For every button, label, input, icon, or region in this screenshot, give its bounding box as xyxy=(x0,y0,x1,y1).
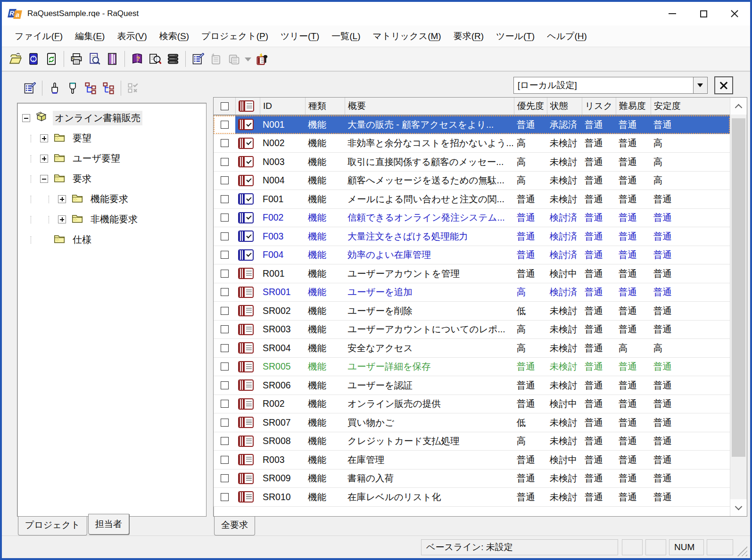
row-checkbox[interactable] xyxy=(214,190,235,208)
row-checkbox[interactable] xyxy=(214,432,235,451)
column-header-7[interactable]: 難易度 xyxy=(616,98,651,115)
row-checkbox[interactable] xyxy=(214,264,235,283)
column-header-4[interactable]: 優先度 xyxy=(514,98,547,115)
menu-item-1[interactable]: ファイル(F) xyxy=(8,27,69,45)
refresh-button[interactable] xyxy=(42,50,60,68)
table-row-SR006[interactable]: SR006機能ユーザーを認証普通未検討普通普通普通 xyxy=(214,376,730,395)
column-header-2[interactable]: 種類 xyxy=(305,98,345,115)
report-button[interactable] xyxy=(25,50,42,68)
row-checkbox[interactable] xyxy=(214,358,235,376)
row-checkbox[interactable] xyxy=(214,451,235,469)
row-checkbox[interactable] xyxy=(214,339,235,357)
scrollbar-track[interactable] xyxy=(730,115,747,499)
row-checkbox[interactable] xyxy=(214,209,235,227)
column-header-3[interactable]: 概要 xyxy=(345,98,514,115)
expand-icon[interactable] xyxy=(40,155,48,163)
table-row-F004[interactable]: F004機能効率のよい在庫管理普通検討済普通普通普通 xyxy=(214,246,730,265)
requirement-wizard-button[interactable] xyxy=(253,50,271,68)
table-row-SR010[interactable]: SR010機能在庫レベルのリスト化普通未検討普通普通普通 xyxy=(214,488,730,507)
column-header-8[interactable]: 安定度 xyxy=(651,98,730,115)
tree-node-5[interactable]: 機能要求 xyxy=(22,189,204,209)
column-header-1[interactable]: ID xyxy=(260,98,305,115)
row-checkbox[interactable] xyxy=(214,227,235,246)
column-header-6[interactable]: リスク xyxy=(582,98,616,115)
table-row-F001[interactable]: F001機能メールによる問い合わせと注文の関...普通未検討普通普通普通 xyxy=(214,190,730,209)
row-checkbox[interactable] xyxy=(214,321,235,339)
row-checkbox[interactable] xyxy=(214,302,235,320)
properties-button[interactable] xyxy=(21,79,39,97)
dropdown-arrow-icon[interactable] xyxy=(693,77,707,93)
tree-node-6[interactable]: 非機能要求 xyxy=(22,209,204,230)
table-row-SR002[interactable]: SR002機能ユーザーを削除低未検討普通普通普通 xyxy=(214,302,730,321)
collapse-icon[interactable] xyxy=(22,114,30,122)
page-setup-button[interactable] xyxy=(103,50,121,68)
database-button[interactable] xyxy=(164,50,182,68)
expand-icon[interactable] xyxy=(58,195,66,203)
hand-up-button[interactable] xyxy=(46,79,64,97)
tree-node-3[interactable]: ユーザ要望 xyxy=(22,148,204,169)
collapse-tree-button[interactable] xyxy=(99,79,117,97)
collapse-icon[interactable] xyxy=(40,175,48,183)
table-row-SR001[interactable]: SR001機能ユーザーを追加高検討済普通普通普通 xyxy=(214,283,730,302)
menu-item-8[interactable]: マトリックス(M) xyxy=(366,27,447,45)
row-checkbox[interactable] xyxy=(214,153,235,171)
table-row-N004[interactable]: N004機能顧客へメッセージを送るための無駄...高未検討普通普通高 xyxy=(214,172,730,190)
menu-item-2[interactable]: 編集(E) xyxy=(69,27,111,45)
table-row-SR007[interactable]: SR007機能買い物かご低未検討普通普通普通 xyxy=(214,413,730,432)
row-checkbox[interactable] xyxy=(214,172,235,190)
tree-node-1[interactable]: オンライン書籍販売 xyxy=(22,108,204,128)
row-checkbox[interactable] xyxy=(214,376,235,395)
column-header-select[interactable] xyxy=(214,98,235,115)
table-row-SR004[interactable]: SR004機能安全なアクセス高未検討普通高高 xyxy=(214,339,730,358)
row-checkbox[interactable] xyxy=(214,246,235,264)
table-row-R001[interactable]: R001機能ユーザーアカウントを管理普通検討中普通普通普通 xyxy=(214,264,730,283)
maximize-button[interactable] xyxy=(688,2,719,25)
expand-icon[interactable] xyxy=(40,134,48,142)
properties-button[interactable] xyxy=(189,50,207,68)
tree-node-7[interactable]: 仕様 xyxy=(22,230,204,250)
table-row-SR003[interactable]: SR003機能ユーザーアカウントについてのレポ...高未検討普通普通普通 xyxy=(214,321,730,339)
print-preview-button[interactable] xyxy=(85,50,103,68)
table-row-R002[interactable]: R002機能オンライン販売の提供普通検討中普通普通普通 xyxy=(214,395,730,414)
row-checkbox[interactable] xyxy=(214,395,235,413)
menu-item-9[interactable]: 要求(R) xyxy=(447,27,490,45)
column-header-icon[interactable] xyxy=(235,98,260,115)
row-checkbox[interactable] xyxy=(214,488,235,506)
table-row-SR009[interactable]: SR009機能書籍の入荷普通未検討普通普通普通 xyxy=(214,469,730,488)
menu-item-6[interactable]: ツリー(T) xyxy=(274,27,325,45)
minimize-button[interactable] xyxy=(657,2,688,25)
column-header-5[interactable]: 状態 xyxy=(547,98,582,115)
scroll-up-icon[interactable] xyxy=(730,98,747,115)
scrollbar-thumb[interactable] xyxy=(732,118,745,457)
menu-item-10[interactable]: ツール(T) xyxy=(490,27,541,45)
menu-item-4[interactable]: 検索(S) xyxy=(153,27,195,45)
panel-splitter[interactable] xyxy=(207,74,213,535)
search-button[interactable] xyxy=(146,50,164,68)
open-folder-button[interactable] xyxy=(7,50,25,68)
expand-tree-button[interactable] xyxy=(82,79,99,97)
menu-item-5[interactable]: プロジェクト(P) xyxy=(195,27,274,45)
tree-node-2[interactable]: 要望 xyxy=(22,128,204,148)
close-button[interactable] xyxy=(719,2,750,25)
tree-node-4[interactable]: 要求 xyxy=(22,169,204,189)
hand-down-button[interactable] xyxy=(64,79,82,97)
row-checkbox[interactable] xyxy=(214,115,235,134)
tree-tab-1[interactable]: プロジェクト xyxy=(18,517,87,535)
tree-tab-2[interactable]: 担当者 xyxy=(88,514,129,535)
menu-item-11[interactable]: ヘルプ(H) xyxy=(541,27,593,45)
table-row-F002[interactable]: F002機能信頼できるオンライン発注システム...普通検討済普通普通普通 xyxy=(214,209,730,228)
list-preset-dropdown[interactable]: [ローカル設定] xyxy=(513,77,708,94)
row-checkbox[interactable] xyxy=(214,413,235,432)
resize-grip-icon[interactable] xyxy=(737,546,747,556)
vertical-scrollbar[interactable] xyxy=(730,98,747,516)
menu-item-3[interactable]: 表示(V) xyxy=(111,27,153,45)
list-tab-1[interactable]: 全要求 xyxy=(214,517,255,535)
close-list-button[interactable] xyxy=(714,76,733,94)
help-book-button[interactable]: ? xyxy=(128,50,146,68)
scroll-down-icon[interactable] xyxy=(730,499,747,516)
menu-item-7[interactable]: 一覧(L) xyxy=(325,27,366,45)
table-row-F003[interactable]: F003機能大量注文をさばける処理能力普通検討済普通普通普通 xyxy=(214,227,730,246)
expand-icon[interactable] xyxy=(58,215,66,223)
table-row-SR005[interactable]: SR005機能ユーザー詳細を保存普通未検討普通普通普通 xyxy=(214,358,730,377)
print-button[interactable] xyxy=(67,50,85,68)
